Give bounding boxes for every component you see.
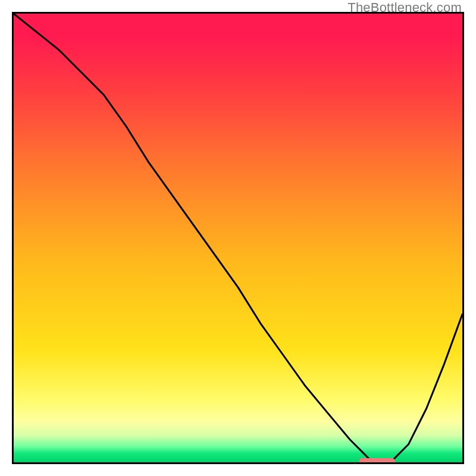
- curve-overlay: [14, 14, 462, 462]
- plot-area: [12, 12, 464, 464]
- bottleneck-curve: [14, 14, 462, 462]
- watermark-text: TheBottleneck.com: [347, 0, 462, 15]
- chart-frame: TheBottleneck.com: [0, 0, 476, 476]
- optimum-marker: [359, 458, 395, 462]
